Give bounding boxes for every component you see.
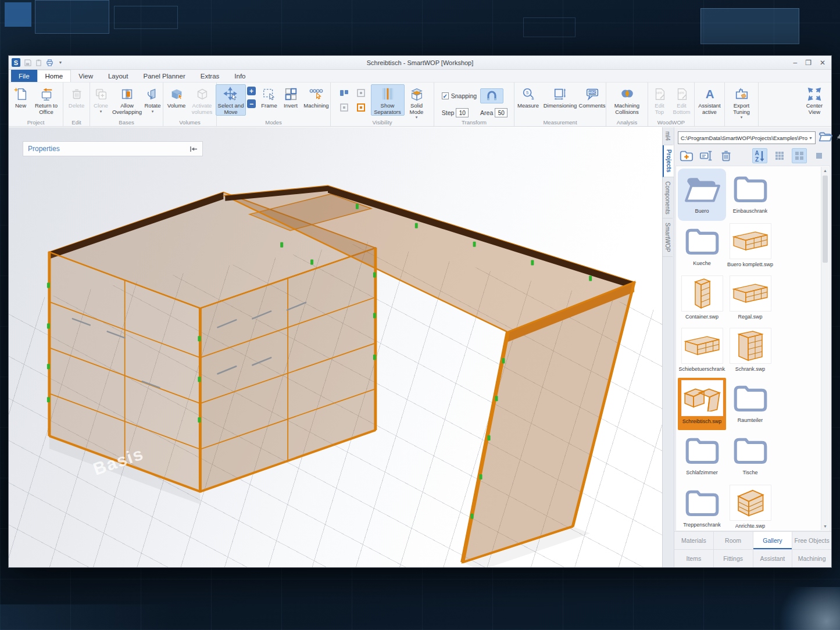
solid-mode-button[interactable]: Solid Mode ▾: [405, 84, 429, 120]
ribbon-group-volumes: Volume Activate volumes Volumes: [163, 83, 217, 126]
gallery-item-folder[interactable]: Treppenschrank: [678, 482, 726, 531]
edit-top-button[interactable]: MPR Edit Top: [649, 84, 670, 116]
scroll-up-arrow[interactable]: ▲: [821, 167, 829, 174]
gallery-item-folder[interactable]: Schlafzimmer: [678, 430, 726, 482]
folder-icon: [682, 432, 723, 467]
gallery-item-file[interactable]: Schiebetuerschrank...: [678, 325, 726, 378]
invert-button[interactable]: Invert: [280, 84, 301, 110]
add-folder-button[interactable]: [679, 148, 694, 163]
grid-small-view-button[interactable]: [772, 148, 787, 163]
step-input[interactable]: 10: [456, 108, 469, 117]
panels-visibility-icon[interactable]: [339, 88, 349, 98]
center-view-button[interactable]: Center View: [799, 84, 830, 116]
menu-tab-info[interactable]: Info: [227, 70, 253, 82]
gallery-item-folder[interactable]: Kueche: [678, 221, 726, 273]
pin-sidebar-button[interactable]: [835, 133, 840, 143]
comments-button[interactable]: ABC Comments: [578, 84, 606, 110]
delete-folder-button[interactable]: [719, 148, 734, 163]
menu-tab-extras[interactable]: Extras: [193, 70, 227, 82]
menu-tab-view[interactable]: View: [71, 70, 101, 82]
sort-az-button[interactable]: AZ: [752, 148, 767, 163]
path-combobox[interactable]: C:\ProgramData\SmartWOP\Projects\Example…: [678, 131, 816, 144]
sidebar-tab-ml4[interactable]: ml4: [663, 127, 673, 145]
area-input[interactable]: 50: [495, 108, 507, 117]
gallery-item-file[interactable]: Regal.swp: [726, 273, 774, 325]
sidebar-tab-projects[interactable]: Projects: [663, 145, 674, 177]
fittings-visibility-icon[interactable]: [356, 88, 366, 98]
sideboard-thumbnail: [731, 230, 770, 252]
rotate-button[interactable]: Rotate ▾: [143, 84, 163, 114]
gallery-item-folder[interactable]: Raumteiler: [726, 378, 774, 430]
rename-button[interactable]: [699, 148, 714, 163]
gallery-item-file[interactable]: Anrichte.swp: [726, 482, 774, 531]
return-to-office-button[interactable]: Return to Office: [31, 84, 62, 116]
assistant-active-button[interactable]: A Assistant active: [696, 84, 724, 116]
menu-tab-file[interactable]: File: [11, 70, 37, 82]
gallery-item-label: Container.swp: [685, 314, 719, 320]
gallery-item-label: Schiebetuerschrank...: [679, 366, 725, 372]
corner-desk-thumbnail: [683, 385, 721, 412]
single-view-button[interactable]: [812, 148, 827, 163]
show-separators-button[interactable]: Show Separators: [371, 84, 405, 116]
machining-button[interactable]: Machining: [301, 84, 331, 110]
folder-icon: [730, 380, 771, 415]
tab-gallery[interactable]: Gallery: [753, 532, 792, 549]
allow-overlapping-button[interactable]: Allow Overlapping: [112, 84, 143, 116]
zoom-out-button[interactable]: −: [247, 99, 256, 108]
volume-button[interactable]: Volume: [165, 84, 189, 110]
zoom-in-button[interactable]: +: [247, 87, 256, 95]
dimensioning-button[interactable]: Dimensioning: [542, 84, 578, 110]
delete-button[interactable]: Delete: [65, 84, 88, 110]
gallery-item-file[interactable]: Container.swp: [678, 273, 726, 325]
machining-collisions-button[interactable]: Machining Collisions: [609, 84, 646, 116]
properties-panel[interactable]: Properties: [23, 141, 203, 156]
sidebar-tab-smartwop[interactable]: SmartWOP: [663, 219, 673, 257]
gallery-item-folder[interactable]: Buero: [678, 169, 726, 221]
measure-button[interactable]: 5 Measure: [514, 84, 542, 110]
3d-viewport[interactable]: Basis Properties: [9, 127, 662, 567]
gallery-scrollbar[interactable]: ▲ ▼: [821, 167, 829, 530]
select-and-move-button[interactable]: Select and Move: [216, 84, 246, 116]
menu-tab-layout[interactable]: Layout: [101, 70, 136, 82]
grid-large-view-button[interactable]: [792, 148, 807, 163]
background-tile: [35, 0, 109, 34]
tab-materials[interactable]: Materials: [674, 532, 713, 549]
background-tile: [523, 17, 576, 37]
gallery-item-folder[interactable]: Einbauschrank: [726, 169, 774, 221]
snapping-checkbox[interactable]: ✓ Snapping: [442, 92, 477, 99]
gallery-item-file[interactable]: Schreibtisch.swp: [678, 378, 726, 430]
tab-assistant[interactable]: Assistant: [753, 550, 792, 567]
tab-fittings[interactable]: Fittings: [713, 550, 753, 567]
tab-room[interactable]: Room: [713, 532, 753, 549]
tab-free-objects[interactable]: Free Objects: [792, 532, 831, 549]
dowels-visibility-icon[interactable]: [339, 103, 349, 112]
close-button[interactable]: ✕: [820, 59, 825, 66]
gallery-item-folder[interactable]: Tische: [726, 430, 774, 482]
clone-button[interactable]: Clone ▾: [91, 84, 112, 114]
menu-tab-home[interactable]: Home: [37, 70, 72, 82]
sidebar-tab-components[interactable]: Components: [663, 177, 673, 219]
folder-icon: [682, 171, 723, 206]
gallery-item-file[interactable]: Buero komplett.swp: [726, 221, 774, 273]
gallery-item-label: Buero: [695, 208, 709, 214]
pushpin-icon: [835, 134, 840, 141]
gallery-item-file[interactable]: Schrank.swp: [726, 325, 774, 378]
edit-bottom-button[interactable]: MPR Edit Bottom: [670, 84, 694, 116]
frame-button[interactable]: Frame: [258, 84, 280, 110]
magnet-snap-button[interactable]: [480, 88, 503, 103]
path-dropdown-caret[interactable]: ▼: [809, 136, 813, 140]
tab-machining[interactable]: Machining: [792, 550, 831, 567]
scrollbar-thumb[interactable]: [823, 176, 828, 263]
pin-panel-icon[interactable]: [190, 146, 198, 152]
project-gallery: BueroEinbauschrankKuecheBuero komplett.s…: [675, 166, 830, 531]
restore-button[interactable]: ❐: [805, 59, 812, 66]
menu-tab-panel-planner[interactable]: Panel Planner: [135, 70, 192, 82]
browse-folder-button[interactable]: [818, 131, 832, 145]
new-button[interactable]: New: [10, 84, 31, 110]
minimize-button[interactable]: –: [793, 59, 797, 66]
selected-visibility-icon[interactable]: [356, 103, 366, 112]
export-tuning-button[interactable]: Export Tuning ▾: [727, 84, 756, 120]
scroll-down-arrow[interactable]: ▼: [821, 522, 829, 530]
activate-volumes-button[interactable]: Activate volumes: [189, 84, 216, 116]
tab-items[interactable]: Items: [674, 550, 713, 567]
